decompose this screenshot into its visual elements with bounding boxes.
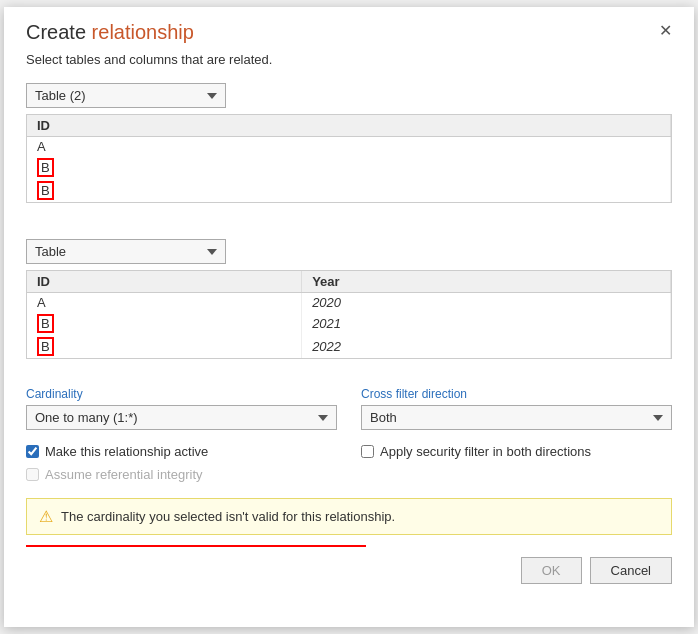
table2-section: Table Table (2) ID Year A 2020: [4, 233, 694, 379]
dialog-header: Create relationship ✕: [4, 7, 694, 52]
cardinality-label: Cardinality: [26, 387, 337, 401]
table2-cell-id: A: [27, 293, 302, 313]
security-checkbox-group: Apply security filter in both directions: [361, 444, 672, 459]
checkboxes-row: Make this relationship active Apply secu…: [4, 436, 694, 467]
cross-filter-group: Cross filter direction Both Single: [361, 387, 672, 430]
table1-grid-wrapper: ID A B B: [26, 114, 672, 203]
warning-message: The cardinality you selected isn't valid…: [61, 509, 395, 524]
table-row: A: [27, 137, 671, 157]
create-relationship-dialog: Create relationship ✕ Select tables and …: [4, 7, 694, 627]
table-row: A 2020: [27, 293, 671, 313]
table1-cell-highlighted2: B: [27, 179, 671, 202]
integrity-checkbox[interactable]: [26, 468, 39, 481]
table1-section: Table (2) Table ID A B: [4, 77, 694, 223]
ok-button[interactable]: OK: [521, 557, 582, 584]
integrity-row: Assume referential integrity: [4, 467, 694, 490]
active-checkbox-group: Make this relationship active: [26, 444, 337, 459]
table1-grid: ID A B B: [27, 115, 671, 202]
table-row: B 2021: [27, 312, 671, 335]
table1-dropdown-row: Table (2) Table: [26, 83, 672, 108]
cross-filter-select[interactable]: Both Single: [361, 405, 672, 430]
table1-cell: A: [27, 137, 671, 157]
active-checkbox-label[interactable]: Make this relationship active: [45, 444, 208, 459]
close-button[interactable]: ✕: [653, 21, 678, 41]
cross-filter-label: Cross filter direction: [361, 387, 672, 401]
table2-grid-wrapper: ID Year A 2020 B 2021 B 2022: [26, 270, 672, 359]
security-checkbox[interactable]: [361, 445, 374, 458]
table1-select[interactable]: Table (2) Table: [26, 83, 226, 108]
dialog-title: Create relationship: [26, 21, 194, 44]
security-checkbox-label[interactable]: Apply security filter in both directions: [380, 444, 591, 459]
active-checkbox[interactable]: [26, 445, 39, 458]
footer-buttons: OK Cancel: [4, 547, 694, 600]
table1-cell-highlighted: B: [27, 156, 671, 179]
table-row: B 2022: [27, 335, 671, 358]
table2-cell-year: 2020: [302, 293, 671, 313]
dialog-subtitle: Select tables and columns that are relat…: [4, 52, 694, 77]
table2-dropdown-row: Table Table (2): [26, 239, 672, 264]
table1-col-id: ID: [27, 115, 671, 137]
options-row: Cardinality One to many (1:*) Many to on…: [4, 379, 694, 436]
table2-cell-year-highlighted2: 2022: [302, 335, 671, 358]
table2-cell-id-highlighted2: B: [27, 335, 302, 358]
cardinality-select[interactable]: One to many (1:*) Many to one (*:1) One …: [26, 405, 337, 430]
cancel-button[interactable]: Cancel: [590, 557, 672, 584]
integrity-checkbox-group: Assume referential integrity: [26, 467, 337, 482]
table-row: B: [27, 179, 671, 202]
table2-cell-year-highlighted: 2021: [302, 312, 671, 335]
warning-icon: ⚠: [39, 507, 53, 526]
table2-select[interactable]: Table Table (2): [26, 239, 226, 264]
table-row: B: [27, 156, 671, 179]
table2-col-year: Year: [302, 271, 671, 293]
table2-cell-id-highlighted: B: [27, 312, 302, 335]
table2-col-id: ID: [27, 271, 302, 293]
table2-grid: ID Year A 2020 B 2021 B 2022: [27, 271, 671, 358]
cardinality-group: Cardinality One to many (1:*) Many to on…: [26, 387, 337, 430]
warning-bar: ⚠ The cardinality you selected isn't val…: [26, 498, 672, 535]
integrity-checkbox-label: Assume referential integrity: [45, 467, 203, 482]
